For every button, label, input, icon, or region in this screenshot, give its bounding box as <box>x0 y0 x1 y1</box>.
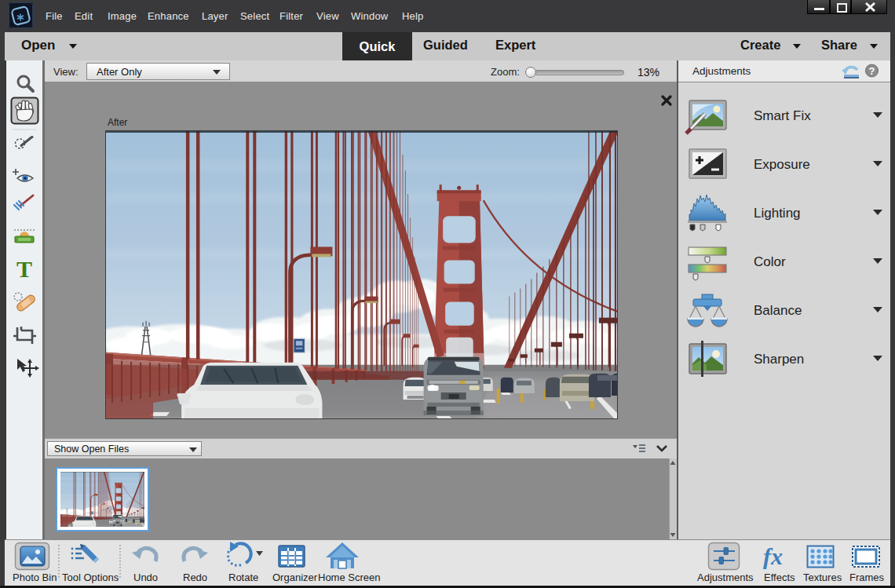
svg-text:fx: fx <box>763 543 783 569</box>
svg-text:T: T <box>16 256 32 282</box>
svg-text:?: ? <box>869 65 875 77</box>
